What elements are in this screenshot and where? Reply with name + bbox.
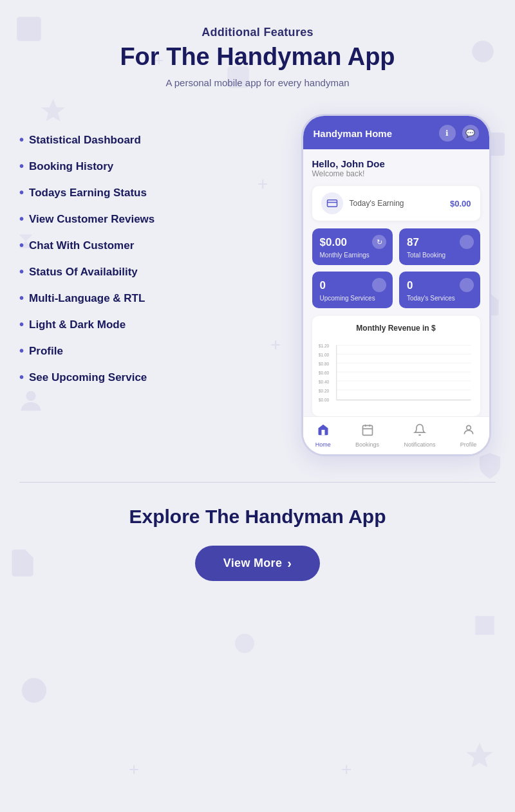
view-more-button[interactable]: View More › [195,546,320,581]
svg-text:$0.80: $0.80 [319,362,330,366]
header-subtitle: Additional Features [19,26,496,39]
nav-bookings[interactable]: Bookings [355,423,379,448]
stat-icon-monthly: ↻ [372,235,386,249]
svg-text:$0.40: $0.40 [319,380,330,384]
app-header-icons: ℹ 💬 [439,125,479,142]
main-content-area: Statistical DashboardBooking HistoryToda… [19,114,496,456]
feature-item-9: See Upcoming Service [19,364,283,391]
feature-item-4: Chat With Customer [19,232,283,259]
app-title: Handyman Home [314,128,393,139]
stat-card-upcoming: 0 Upcoming Services [312,272,393,308]
feature-item-0: Statistical Dashboard [19,127,283,153]
stat-icon-upcoming [372,278,386,292]
svg-text:$0.00: $0.00 [319,398,330,402]
profile-nav-icon [462,423,475,439]
chart-title: Monthly Revenue in $ [319,324,474,333]
nav-profile[interactable]: Profile [460,423,477,448]
app-welcome-text: Welcome back! [312,169,480,178]
explore-title: Explore The Handyman App [32,506,483,528]
earning-label: Today's Earning [350,199,404,208]
profile-nav-label: Profile [460,441,477,448]
notifications-nav-label: Notifications [404,441,435,448]
home-nav-icon [317,423,330,439]
nav-home[interactable]: Home [315,423,331,448]
svg-point-5 [235,634,254,653]
earning-left: Today's Earning [321,192,404,214]
feature-item-1: Booking History [19,153,283,180]
app-greeting: Hello, John Doe Welcome back! [312,158,480,178]
section-divider [19,482,496,483]
stat-card-booking: 87 Total Booking [399,228,480,265]
stats-grid: ↻ $0.00 Monthly Earnings 87 Total Bookin… [312,228,480,308]
svg-text:$0.60: $0.60 [319,371,330,375]
feature-list: Statistical DashboardBooking HistoryToda… [19,114,283,391]
stat-label-today: Today's Services [407,295,473,302]
bookings-nav-label: Bookings [355,441,379,448]
svg-text:$1.20: $1.20 [319,344,330,348]
explore-section: Explore The Handyman App View More › [19,506,496,594]
app-hello-text: Hello, John Doe [312,158,480,169]
phone-mockup-wrapper: Handyman Home ℹ 💬 Hello, John Doe Welcom… [296,114,496,456]
page-content: Additional Features For The Handyman App… [0,0,515,620]
view-more-label: View More [223,557,282,570]
feature-item-2: Todays Earning Status [19,180,283,206]
page-header: Additional Features For The Handyman App… [19,26,496,88]
stat-card-today: 0 Today's Services [399,272,480,308]
stat-label-upcoming: Upcoming Services [320,295,386,302]
stat-icon-booking [460,235,474,249]
phone-screen: Handyman Home ℹ 💬 Hello, John Doe Welcom… [303,116,489,454]
app-body: Hello, John Doe Welcome back! Today's Ea… [303,149,489,416]
chart-area: Monthly Revenue in $ $1.20 $1.00 $0.80 $… [312,316,480,416]
home-nav-label: Home [315,441,331,448]
earning-icon [321,192,343,214]
feature-item-6: Multi-Language & RTL [19,285,283,311]
svg-rect-22 [362,425,372,435]
stat-icon-today [460,278,474,292]
svg-point-26 [466,425,471,430]
earning-amount: $0.00 [450,199,471,208]
app-bottom-nav: Home Bookings Notification [303,416,489,454]
svg-text:$1.00: $1.00 [319,353,330,357]
stat-label-monthly: Monthly Earnings [320,252,386,259]
chat-icon-btn[interactable]: 💬 [462,125,479,142]
earning-card: Today's Earning $0.00 [312,186,480,221]
feature-item-3: View Customer Reviews [19,206,283,232]
feature-item-7: Light & Dark Mode [19,311,283,338]
phone-mockup: Handyman Home ℹ 💬 Hello, John Doe Welcom… [301,114,491,456]
app-header-bar: Handyman Home ℹ 💬 [303,116,489,149]
bookings-nav-icon [361,423,374,439]
svg-rect-6 [327,200,337,207]
nav-notifications[interactable]: Notifications [404,423,435,448]
view-more-chevron: › [287,556,292,571]
stat-label-booking: Total Booking [407,252,473,259]
notifications-nav-icon [413,423,426,439]
header-description: A personal mobile app for every handyman [19,77,496,88]
svg-point-3 [22,678,46,703]
info-icon-btn[interactable]: ℹ [439,125,456,142]
feature-item-8: Profile [19,338,283,364]
feature-item-5: Status Of Availability [19,259,283,285]
svg-text:$0.20: $0.20 [319,389,330,393]
chart-svg: $1.20 $1.00 $0.80 $0.60 $0.40 $0.20 $0.0… [319,338,474,411]
stat-card-monthly: ↻ $0.00 Monthly Earnings [312,228,393,265]
header-title: For The Handyman App [19,43,496,71]
